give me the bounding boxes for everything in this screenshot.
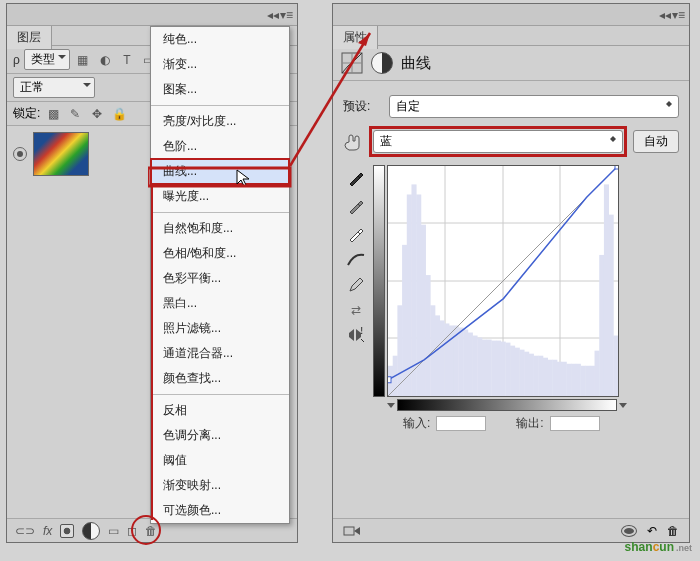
layers-titlebar: ◂◂ ▾≡ — [7, 4, 297, 26]
eyedropper-black-icon[interactable] — [347, 169, 365, 187]
horiz-gradient — [397, 399, 617, 411]
white-slider[interactable] — [619, 403, 627, 408]
svg-rect-54 — [585, 366, 590, 396]
menu-curves[interactable]: 曲线... — [151, 159, 289, 184]
hand-icon[interactable] — [343, 134, 363, 150]
input-value[interactable] — [436, 416, 486, 431]
lock-transparency-icon[interactable]: ▩ — [44, 106, 62, 122]
svg-rect-37 — [505, 343, 510, 396]
menu-separator — [151, 105, 289, 106]
menu-vibrance[interactable]: 自然饱和度... — [151, 216, 289, 241]
pencil-icon[interactable] — [348, 277, 364, 293]
collapse-icon[interactable]: ◂◂ — [659, 8, 671, 22]
svg-rect-30 — [472, 336, 477, 396]
properties-body: 预设: 自定 蓝 自动 ⇄ ! — [333, 81, 689, 438]
properties-panel: ◂◂ ▾≡ 属性 曲线 预设: 自定 蓝 自动 — [332, 3, 690, 543]
svg-rect-41 — [524, 352, 529, 396]
menu-separator — [151, 212, 289, 213]
curves-area: ⇄ ! — [343, 165, 679, 432]
panel-menu-icon[interactable]: ▾≡ — [672, 8, 685, 22]
svg-rect-63 — [388, 377, 391, 383]
menu-hue-sat[interactable]: 色相/饱和度... — [151, 241, 289, 266]
lock-move-icon[interactable]: ✥ — [88, 106, 106, 122]
collapse-icon[interactable]: ◂◂ — [267, 8, 279, 22]
curves-graph[interactable] — [387, 165, 619, 397]
filter-type-select[interactable]: 类型 — [24, 49, 70, 70]
svg-rect-19 — [421, 225, 426, 396]
menu-solid-color[interactable]: 纯色... — [151, 27, 289, 52]
menu-gradient[interactable]: 渐变... — [151, 52, 289, 77]
channel-select[interactable]: 蓝 — [373, 130, 623, 153]
channel-highlight: 蓝 — [369, 126, 627, 157]
menu-bw[interactable]: 黑白... — [151, 291, 289, 316]
menu-invert[interactable]: 反相 — [151, 398, 289, 423]
svg-rect-23 — [440, 320, 445, 396]
svg-rect-59 — [609, 215, 614, 396]
svg-rect-42 — [529, 354, 534, 396]
io-row: 输入: 输出: — [373, 411, 627, 432]
layer-thumbnail[interactable] — [33, 132, 89, 176]
preset-label: 预设: — [343, 98, 383, 115]
lock-all-icon[interactable]: 🔒 — [110, 106, 128, 122]
menu-selective-color[interactable]: 可选颜色... — [151, 498, 289, 523]
svg-rect-27 — [458, 327, 463, 396]
menu-color-balance[interactable]: 色彩平衡... — [151, 266, 289, 291]
smooth-icon[interactable]: ⇄ — [351, 303, 361, 317]
preset-select[interactable]: 自定 — [389, 95, 679, 118]
menu-brightness[interactable]: 亮度/对比度... — [151, 109, 289, 134]
blend-mode-select[interactable]: 正常 — [13, 77, 95, 98]
tab-layers[interactable]: 图层 — [7, 26, 52, 49]
svg-rect-58 — [604, 184, 609, 396]
menu-pattern[interactable]: 图案... — [151, 77, 289, 102]
svg-rect-49 — [562, 362, 567, 396]
mask-icon[interactable] — [60, 524, 74, 538]
curves-grid-icon[interactable] — [341, 52, 363, 74]
output-label: 输出: — [516, 415, 543, 432]
trash-icon[interactable]: 🗑 — [667, 524, 679, 538]
clip-warning-icon[interactable]: ! — [347, 327, 365, 343]
visibility-eye-icon[interactable] — [13, 147, 27, 161]
menu-channel-mixer[interactable]: 通道混合器... — [151, 341, 289, 366]
svg-rect-15 — [402, 245, 407, 396]
menu-levels[interactable]: 色阶... — [151, 134, 289, 159]
svg-rect-52 — [576, 364, 581, 396]
menu-exposure[interactable]: 曝光度... — [151, 184, 289, 209]
eyedropper-white-icon[interactable] — [347, 225, 365, 243]
panel-menu-icon[interactable]: ▾≡ — [280, 8, 293, 22]
adjustment-layer-icon[interactable] — [82, 522, 100, 540]
svg-rect-60 — [613, 336, 618, 396]
filter-kind-icon[interactable]: ▦ — [74, 52, 92, 68]
link-icon[interactable]: ⊂⊃ — [15, 524, 35, 538]
lock-brush-icon[interactable]: ✎ — [66, 106, 84, 122]
svg-rect-48 — [557, 362, 562, 396]
svg-rect-53 — [580, 366, 585, 396]
menu-threshold[interactable]: 阈值 — [151, 448, 289, 473]
svg-rect-33 — [487, 340, 492, 396]
auto-button[interactable]: 自动 — [633, 130, 679, 153]
eyedropper-gray-icon[interactable] — [347, 197, 365, 215]
curve-point-icon[interactable] — [346, 253, 366, 267]
fx-icon[interactable]: fx — [43, 524, 52, 538]
group-icon[interactable]: ▭ — [108, 524, 119, 538]
output-value[interactable] — [550, 416, 600, 431]
filter-fx-icon[interactable]: ◐ — [96, 52, 114, 68]
vert-gradient — [373, 165, 385, 397]
menu-color-lookup[interactable]: 颜色查找... — [151, 366, 289, 391]
svg-rect-56 — [595, 351, 600, 396]
menu-photo-filter[interactable]: 照片滤镜... — [151, 316, 289, 341]
lock-label: 锁定: — [13, 105, 40, 122]
tab-properties[interactable]: 属性 — [333, 26, 378, 49]
svg-rect-64 — [615, 166, 618, 169]
menu-posterize[interactable]: 色调分离... — [151, 423, 289, 448]
svg-rect-32 — [482, 340, 487, 396]
view-previous-icon[interactable] — [621, 525, 637, 537]
svg-rect-24 — [444, 323, 449, 396]
filter-text-icon[interactable]: T — [118, 52, 136, 68]
reset-icon[interactable]: ↶ — [647, 524, 657, 538]
svg-rect-43 — [534, 356, 539, 396]
clip-icon[interactable] — [343, 524, 361, 538]
menu-gradient-map[interactable]: 渐变映射... — [151, 473, 289, 498]
menu-separator — [151, 394, 289, 395]
mask-disc-icon[interactable] — [371, 52, 393, 74]
black-slider[interactable] — [387, 403, 395, 408]
